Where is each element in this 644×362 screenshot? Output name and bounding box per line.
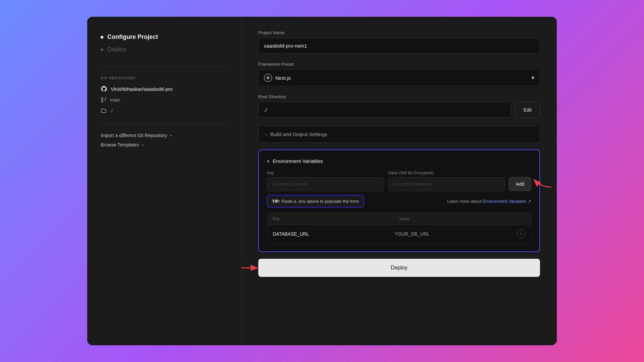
learn-more: Learn more about Environment Variables ↗ <box>447 199 531 204</box>
deploy-button[interactable]: Deploy <box>258 259 540 277</box>
env-value-label: Value (Will Be Encrypted) <box>388 171 505 175</box>
git-section-title: GIT REPOSITORY <box>101 76 228 80</box>
github-icon <box>101 85 107 92</box>
env-header[interactable]: ▾ Environment Variables <box>267 158 531 164</box>
branch-icon <box>101 97 107 103</box>
nextjs-icon: N <box>264 74 272 82</box>
build-settings-label: Build and Output Settings <box>270 131 327 137</box>
external-link-icon: ↗ <box>528 199 531 204</box>
framework-label: Framework Preset <box>258 62 540 67</box>
main-content: Project Name Framework Preset N Next.js … <box>241 17 557 345</box>
nav-label-deploy: Deploy <box>107 46 126 53</box>
chevron-right-icon: › <box>265 132 267 137</box>
repo-item: Vinishbhaskar/saasbold-pro <box>101 85 228 92</box>
arrow-add-icon <box>531 174 555 190</box>
import-repo-link[interactable]: Import a different Git Repository → <box>101 133 228 138</box>
env-row-key-0: DATABASE_URL <box>273 231 395 237</box>
framework-select[interactable]: N Next.js ▾ <box>258 69 540 86</box>
svg-point-1 <box>101 101 103 102</box>
sidebar-nav: Configure Project Deploy <box>101 34 228 53</box>
edit-button[interactable]: Edit <box>515 102 540 118</box>
env-key-input[interactable] <box>267 177 384 191</box>
build-settings-section: › Build and Output Settings <box>258 126 540 143</box>
arrow-deploy-icon <box>241 259 262 276</box>
project-name-group: Project Name <box>258 30 540 54</box>
env-table-value-header: Value <box>399 217 526 221</box>
svg-point-0 <box>101 98 103 99</box>
nav-label-configure: Configure Project <box>107 34 158 41</box>
add-env-button[interactable]: Add <box>509 177 531 191</box>
env-key-col: Key <box>267 171 384 191</box>
branch-name: main <box>110 97 120 103</box>
env-variables-section: ▾ Environment Variables Key Value (Will … <box>258 149 540 252</box>
learn-more-prefix: Learn more about <box>447 199 483 204</box>
modal-container: Configure Project Deploy GIT REPOSITORY … <box>87 17 557 345</box>
env-fields-row: Key Value (Will Be Encrypted) Add <box>267 171 531 191</box>
framework-value: Next.js <box>275 75 291 81</box>
env-remove-button-0[interactable]: − <box>517 230 526 238</box>
nav-dot-deploy <box>101 48 103 51</box>
build-settings-header[interactable]: › Build and Output Settings <box>259 126 540 142</box>
env-val-col: Value (Will Be Encrypted) <box>388 171 505 191</box>
directory-item: ./ <box>101 108 228 114</box>
env-key-label: Key <box>267 171 384 175</box>
project-name-input[interactable] <box>258 38 540 54</box>
nav-item-configure: Configure Project <box>101 34 228 41</box>
env-table-header: Key Value <box>267 213 531 225</box>
tip-box: TIP: Paste a .env above to populate the … <box>267 195 364 207</box>
root-dir-row: Edit <box>258 102 540 118</box>
tip-row: TIP: Paste a .env above to populate the … <box>267 195 531 207</box>
root-dir-label: Root Directory <box>258 94 540 99</box>
tip-text: Paste a .env above to populate the form <box>281 199 359 204</box>
divider-1 <box>101 66 228 67</box>
env-table-key-header: Key <box>273 217 399 221</box>
deploy-row: Deploy <box>258 259 540 277</box>
env-value-input[interactable] <box>388 177 505 191</box>
repo-name: Vinishbhaskar/saasbold-pro <box>111 86 173 92</box>
chevron-down-icon: ▾ <box>532 75 534 81</box>
root-dir-input[interactable] <box>258 102 511 118</box>
browse-templates-link[interactable]: Browse Templates → <box>101 142 228 147</box>
branch-item: main <box>101 97 228 103</box>
nav-item-deploy: Deploy <box>101 46 228 53</box>
env-row-value-0: YOUR_DB_URL <box>395 231 517 237</box>
nav-dot-configure <box>101 36 103 39</box>
framework-left: N Next.js <box>264 74 291 82</box>
folder-icon <box>101 108 107 114</box>
env-section-title: Environment Variables <box>273 158 323 164</box>
framework-group: Framework Preset N Next.js ▾ <box>258 62 540 86</box>
directory-name: ./ <box>110 108 113 113</box>
env-variables-link[interactable]: Environment Variables <box>483 199 527 204</box>
project-name-label: Project Name <box>258 30 540 35</box>
divider-2 <box>101 123 228 123</box>
tip-label: TIP: <box>272 199 280 204</box>
env-table-row: DATABASE_URL YOUR_DB_URL − <box>267 225 531 243</box>
root-dir-group: Root Directory Edit <box>258 94 540 118</box>
sidebar: Configure Project Deploy GIT REPOSITORY … <box>87 17 241 345</box>
env-chevron-icon: ▾ <box>267 159 269 164</box>
